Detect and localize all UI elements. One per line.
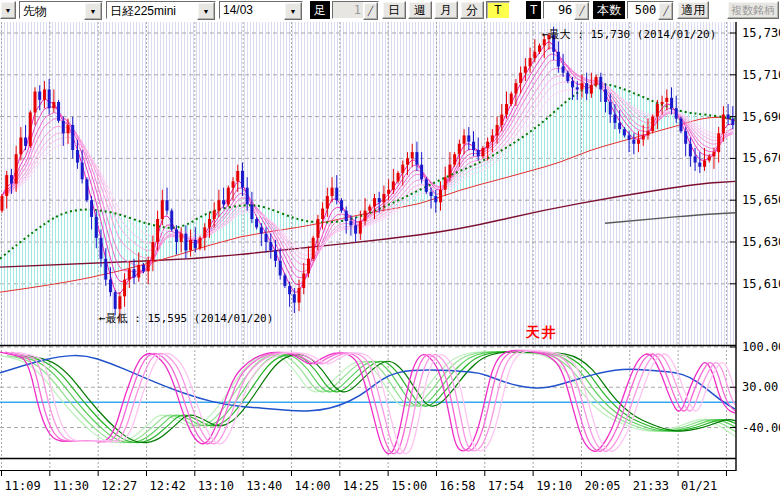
candle-body: [514, 83, 517, 93]
osc-label: 30.00: [742, 380, 778, 394]
category-select[interactable]: 先物 ▼: [19, 1, 103, 19]
candle-body: [378, 198, 381, 202]
period-day-button[interactable]: 日: [382, 1, 406, 19]
candle-body: [151, 242, 154, 261]
candle-body: [203, 227, 206, 237]
candle-body: [142, 265, 145, 271]
candle-body: [345, 211, 348, 221]
apply-button[interactable]: 適用: [677, 1, 709, 19]
candle-body: [109, 280, 112, 293]
candle-body: [241, 171, 244, 188]
bar-count-stepper[interactable]: 500 ╱: [627, 1, 674, 19]
candle-body: [623, 129, 626, 135]
striped-background: [0, 22, 736, 345]
price-oscillator-chart: 15,73015,71015,69015,67015,65015,63015,6…: [0, 22, 780, 478]
candle-body: [368, 206, 371, 210]
spin-icon[interactable]: ╱: [658, 2, 673, 20]
time-label: 14:00: [294, 479, 330, 493]
category-value: 先物: [20, 2, 84, 18]
time-label: 12:42: [149, 479, 185, 493]
max-price-annotation: ←最大 : 15,730 (2014/01/20): [542, 27, 716, 42]
candle-body: [170, 211, 173, 230]
candle-body: [628, 135, 631, 139]
candle-body: [43, 89, 46, 99]
multi-symbol-button[interactable]: 複数銘柄: [727, 1, 779, 19]
candle-body: [364, 211, 367, 221]
candle-body: [477, 150, 480, 156]
time-label: 20:05: [584, 479, 620, 493]
candle-body: [184, 234, 187, 251]
candle-body: [232, 181, 235, 187]
bar-count-value: 500: [628, 2, 658, 18]
candle-body: [48, 89, 51, 108]
spin-icon[interactable]: ╱: [363, 2, 378, 20]
time-label: 14:25: [343, 479, 379, 493]
price-label: 15,670: [742, 151, 780, 165]
candle-body: [180, 234, 183, 242]
period-tick-button[interactable]: T: [486, 1, 510, 19]
chevron-down-icon[interactable]: ▼: [197, 2, 215, 20]
period-minute-button[interactable]: 分: [460, 1, 484, 19]
period-month-button[interactable]: 月: [434, 1, 458, 19]
candle-body: [24, 138, 27, 146]
tick-count-stepper[interactable]: 96 ╱: [543, 1, 590, 19]
candle-body: [392, 181, 395, 189]
chart-nav-dropdown-button[interactable]: ▼: [0, 1, 16, 19]
candle-body: [104, 259, 107, 280]
candle-body: [486, 142, 489, 148]
candle-body: [510, 94, 513, 104]
candle-body: [656, 104, 659, 117]
price-label: 15,730: [742, 26, 780, 40]
toolbar: ▼ 先物 ▼ 日経225mini ▼ 14/03 ▼ 足 1 ╱ 日 週 月 分…: [0, 0, 780, 21]
osc-label: 100.00: [742, 340, 780, 354]
bar-type-label: 足: [310, 1, 330, 19]
period-week-button[interactable]: 週: [408, 1, 432, 19]
candle-body: [533, 52, 536, 58]
candle-body: [646, 131, 649, 135]
candle-body: [114, 292, 117, 309]
candle-body: [670, 98, 673, 108]
candle-body: [147, 261, 150, 271]
chevron-down-icon[interactable]: ▼: [284, 2, 302, 20]
candle-body: [632, 140, 635, 144]
bar-count-label: 本数: [593, 1, 625, 19]
candle-body: [340, 200, 343, 210]
candle-body: [481, 148, 484, 156]
candle-body: [538, 46, 541, 52]
candle-body: [128, 269, 131, 279]
interval-stepper[interactable]: 1 ╱: [332, 1, 379, 19]
candle-body: [90, 200, 93, 217]
candle-body: [76, 150, 79, 163]
candle-body: [213, 211, 216, 219]
candle-body: [194, 240, 197, 248]
candle-body: [57, 102, 60, 121]
time-label: 16:58: [439, 479, 475, 493]
contract-month-select[interactable]: 14/03 ▼: [219, 1, 303, 19]
chart-area[interactable]: 15,73015,71015,69015,67015,65015,63015,6…: [0, 22, 780, 500]
candle-body: [599, 77, 602, 90]
time-label: 15:00: [391, 479, 427, 493]
time-label: 17:54: [488, 479, 524, 493]
candle-body: [1, 196, 4, 211]
candle-body: [208, 219, 211, 227]
ceiling-annotation: 天井: [526, 324, 558, 342]
candle-body: [133, 269, 136, 277]
time-label: 11:30: [53, 479, 89, 493]
symbol-select[interactable]: 日経225mini ▼: [106, 1, 216, 19]
candle-body: [496, 125, 499, 135]
candle-body: [19, 138, 22, 155]
price-label: 15,630: [742, 235, 780, 249]
candle-body: [576, 87, 579, 89]
spin-icon[interactable]: ╱: [574, 2, 589, 20]
candle-body: [444, 177, 447, 190]
candle-body: [557, 52, 560, 67]
candle-body: [316, 219, 319, 238]
candle-body: [387, 190, 390, 194]
candle-body: [265, 234, 268, 242]
candle-body: [274, 250, 277, 260]
candle-body: [199, 238, 202, 248]
candle-body: [430, 192, 433, 196]
candle-body: [29, 112, 32, 145]
candle-body: [307, 259, 310, 274]
chevron-down-icon[interactable]: ▼: [84, 2, 102, 20]
